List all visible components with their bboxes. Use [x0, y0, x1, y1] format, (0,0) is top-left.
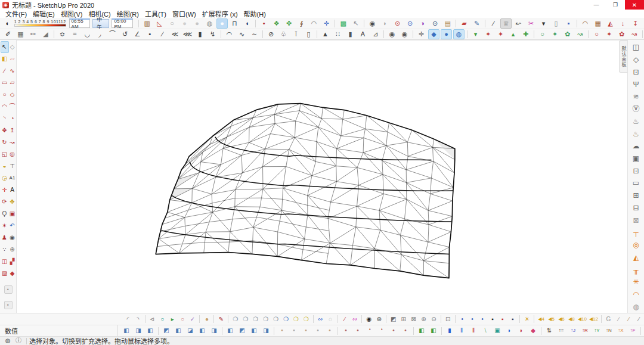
- undo-curve-icon[interactable]: ↺: [119, 29, 131, 39]
- dot-red-icon[interactable]: •: [258, 18, 270, 29]
- block-icon[interactable]: ▪: [144, 29, 156, 39]
- dot-blue-icon[interactable]: ▪: [563, 18, 574, 29]
- cube-tool-7[interactable]: ◩: [237, 326, 247, 336]
- section-fill-icon[interactable]: ▨: [1, 268, 9, 279]
- blank-page-icon[interactable]: ▯: [550, 18, 562, 29]
- axes-tool-icon[interactable]: ✛: [1, 184, 9, 196]
- cube-tool-4[interactable]: ◧: [197, 326, 208, 336]
- extrude-f-icon[interactable]: ↑F: [627, 326, 638, 336]
- cube-tool-5[interactable]: ◨: [209, 326, 219, 336]
- curve-blue2-icon[interactable]: ◗: [504, 326, 515, 336]
- square-bw-icon[interactable]: ▪: [488, 314, 497, 324]
- line-tool-icon[interactable]: ∕: [1, 65, 9, 77]
- circle-tool2-icon[interactable]: ◉: [399, 29, 410, 39]
- chevrons2-icon[interactable]: ⋘: [182, 29, 193, 39]
- segments-4-icon[interactable]: ◀4: [537, 314, 546, 324]
- 3d-text-tool-icon[interactable]: A: [8, 184, 17, 196]
- close-button[interactable]: ✕: [625, 0, 644, 10]
- segments-12-icon[interactable]: ◀12: [589, 314, 599, 324]
- green-cube-icon[interactable]: ◧: [416, 326, 427, 336]
- basket-icon[interactable]: ▤: [442, 18, 453, 29]
- select-tool-icon[interactable]: ↖: [1, 41, 9, 53]
- dot-grid-icon[interactable]: ∷: [332, 29, 343, 39]
- gradient-swatch-icon[interactable]: ▩: [338, 18, 349, 29]
- angle-icon[interactable]: ∠: [132, 29, 143, 39]
- menu-f[interactable]: 文件(F): [2, 9, 30, 18]
- cone-light-icon[interactable]: ◭: [630, 251, 642, 263]
- menu-h[interactable]: 帮助(H): [241, 9, 269, 18]
- info-icon[interactable]: ⓘ: [14, 337, 23, 345]
- ring-green-icon[interactable]: ○: [537, 29, 548, 39]
- orbit-tool-icon[interactable]: ⟳: [1, 196, 9, 208]
- dot-tan1-icon[interactable]: •: [277, 326, 287, 336]
- cursor-small-icon[interactable]: ↖: [350, 18, 361, 29]
- menu-r[interactable]: 绘图(R): [114, 9, 142, 18]
- look-around-icon[interactable]: ◉: [8, 232, 17, 244]
- grass-icon[interactable]: Ψ: [630, 78, 642, 91]
- dot-blue2-icon[interactable]: •: [468, 314, 477, 324]
- dot-blue3-icon[interactable]: •: [478, 314, 487, 324]
- tree-green-icon[interactable]: ▴: [507, 29, 519, 39]
- chevrons-icon[interactable]: ≪: [169, 29, 181, 39]
- dropdown-arrow-icon[interactable]: ▾: [538, 18, 549, 29]
- fluid-sphere-icon[interactable]: ●: [441, 29, 452, 39]
- style-slash1-icon[interactable]: ∕: [614, 314, 623, 324]
- updown-icon[interactable]: ⇅: [544, 326, 555, 336]
- minimize-button[interactable]: —: [587, 0, 606, 10]
- style-g-icon[interactable]: G: [604, 314, 613, 324]
- two-point-arc-tool-icon[interactable]: ⌒: [8, 101, 17, 113]
- rectangle-tool-icon[interactable]: ▭: [1, 77, 9, 89]
- noon-slider[interactable]: 中午: [92, 19, 110, 28]
- node-dual-icon[interactable]: ◑: [417, 18, 428, 29]
- square-dark-icon[interactable]: ▪: [508, 314, 517, 324]
- protractor-icon[interactable]: ◶: [1, 172, 9, 184]
- tape-measure-icon[interactable]: ◒: [1, 160, 9, 172]
- previous-view-icon[interactable]: ↶: [8, 220, 17, 232]
- rotated-rectangle-tool-icon[interactable]: ▱: [8, 77, 17, 89]
- curve-magenta-icon[interactable]: ∾: [350, 314, 359, 324]
- bin-icon[interactable]: ▯: [303, 29, 314, 39]
- rgb-axes-icon[interactable]: ✛: [321, 18, 332, 29]
- lightning-icon[interactable]: ↯: [207, 29, 218, 39]
- follow-me-tool-icon[interactable]: ↝: [8, 136, 17, 148]
- node-blue-icon[interactable]: ⊙: [404, 18, 416, 29]
- plant-icon[interactable]: ✤: [283, 18, 295, 29]
- arc-tail-icon[interactable]: ◞: [94, 29, 106, 39]
- spiral-icon[interactable]: ∮: [296, 18, 307, 29]
- dot-tan4-icon[interactable]: •: [312, 326, 323, 336]
- ramp-icon[interactable]: ◢: [40, 29, 51, 39]
- extrude-x-icon[interactable]: ↑X: [615, 326, 626, 336]
- arc-surface-icon[interactable]: ◠: [308, 18, 320, 29]
- cube-curve-icon[interactable]: ◧: [121, 326, 132, 336]
- curl-green-icon[interactable]: ↝: [574, 29, 586, 39]
- circle-teal-icon[interactable]: ○: [158, 314, 167, 324]
- sandbox-stamp-icon[interactable]: ↓: [617, 18, 628, 29]
- pie-tool-icon[interactable]: ◔: [8, 113, 17, 125]
- star-red-icon[interactable]: ✦: [603, 29, 615, 39]
- section-display-icon[interactable]: ▞: [8, 256, 17, 268]
- cube-tool-3[interactable]: ◪: [185, 326, 196, 336]
- frame-small2-icon[interactable]: ⊟: [630, 202, 642, 215]
- render-interactive-icon[interactable]: ♨: [630, 128, 642, 140]
- rotate-tool-icon[interactable]: ↻: [1, 136, 9, 148]
- move-tool-icon[interactable]: ✥: [1, 125, 9, 136]
- sphere-gray2-icon[interactable]: ●: [191, 18, 203, 29]
- bar-icon[interactable]: ▮: [194, 29, 206, 39]
- dot-tan5-icon[interactable]: •: [324, 326, 335, 336]
- cube-tool-1[interactable]: ◩: [161, 326, 172, 336]
- pair-blue-icon[interactable]: ‖: [456, 326, 467, 336]
- shell-icon[interactable]: ◗: [379, 18, 391, 29]
- style-slash2-icon[interactable]: ∕: [624, 314, 633, 324]
- leaf-icon[interactable]: ❖: [271, 18, 282, 29]
- helmet-lock-icon[interactable]: ◖: [242, 18, 253, 29]
- slash-green-icon[interactable]: ⧵: [480, 326, 491, 336]
- cross-green-icon[interactable]: ✚: [520, 29, 531, 39]
- geolocation-icon[interactable]: ◍: [3, 337, 13, 345]
- menu-x[interactable]: 扩展程序 (x): [199, 9, 241, 18]
- section-cut-icon[interactable]: ◆: [8, 268, 17, 279]
- pair-red-icon[interactable]: ‖: [468, 326, 479, 336]
- sandbox-smoove-icon[interactable]: ◭: [605, 18, 616, 29]
- cube-select-icon[interactable]: ⊡: [444, 314, 453, 324]
- freehand-tool-icon[interactable]: ∿: [8, 65, 17, 77]
- brush-blue-icon[interactable]: ✎: [471, 18, 482, 29]
